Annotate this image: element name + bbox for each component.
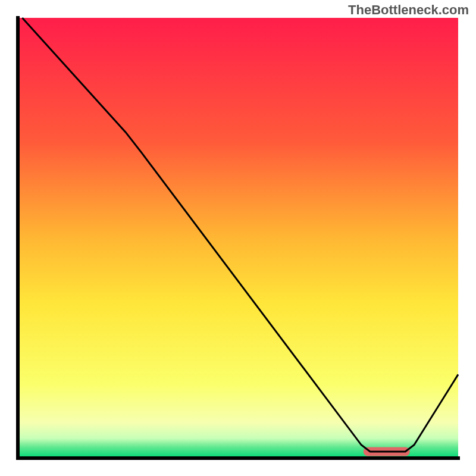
watermark-label: TheBottleneck.com: [348, 2, 469, 18]
plot-area: [18, 18, 458, 458]
bottleneck-chart: [0, 0, 476, 476]
gradient-background: [18, 18, 458, 458]
chart-container: TheBottleneck.com: [0, 0, 476, 476]
